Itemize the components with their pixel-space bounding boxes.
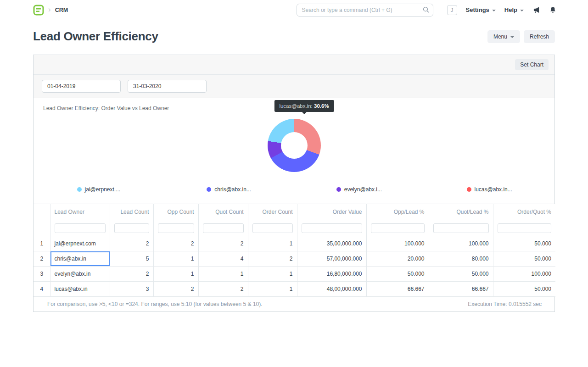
search-input[interactable]: [297, 4, 433, 17]
breadcrumb-chevron-icon: ›: [48, 6, 51, 13]
set-chart-button[interactable]: Set Chart: [515, 59, 549, 70]
refresh-button[interactable]: Refresh: [524, 30, 555, 43]
cell-lead-count[interactable]: 2: [110, 236, 153, 251]
cell-quot-count[interactable]: 4: [198, 251, 248, 267]
legend-item[interactable]: lucas@abx.in...: [424, 186, 554, 193]
page-title: Lead Owner Efficiency: [33, 29, 158, 44]
legend-item[interactable]: evelyn@abx.i...: [294, 186, 425, 193]
column-filter-input[interactable]: [55, 223, 106, 233]
cell-lead-count[interactable]: 5: [110, 251, 153, 267]
cell-opp-count[interactable]: 1: [153, 251, 198, 267]
table-row: 1 jai@erpnext.com 2 2 2 1 35,00,000.000 …: [34, 236, 555, 251]
column-filter-input[interactable]: [252, 223, 293, 233]
menu-button-label: Menu: [493, 33, 507, 40]
cell-opp-count[interactable]: 2: [153, 282, 198, 297]
announcement-icon[interactable]: [532, 6, 540, 14]
cell-order-count[interactable]: 1: [248, 267, 297, 282]
search-icon[interactable]: [422, 6, 430, 13]
help-dropdown[interactable]: Help: [504, 6, 524, 13]
table-filter-row: [34, 220, 555, 236]
cell-lead-owner[interactable]: evelyn@abx.in: [50, 267, 110, 282]
column-filter-input[interactable]: [203, 223, 244, 233]
cell-quot-count[interactable]: 2: [198, 236, 248, 251]
help-label: Help: [504, 6, 517, 13]
table-row: 3 evelyn@abx.in 2 1 1 1 16,80,000.000 50…: [34, 267, 555, 282]
cell-opp-count[interactable]: 2: [153, 236, 198, 251]
cell-order-count[interactable]: 2: [248, 251, 297, 267]
column-header-opp-count[interactable]: Opp Count: [153, 204, 198, 220]
report-toolbar: Set Chart: [34, 55, 554, 74]
cell-lead-count[interactable]: 2: [110, 267, 153, 282]
erpnext-logo-icon[interactable]: [33, 5, 44, 16]
report-filters: [34, 74, 554, 98]
cell-lead-owner-focused[interactable]: chris@abx.in: [50, 251, 110, 267]
donut-chart[interactable]: [268, 119, 321, 172]
cell-opp-lead[interactable]: 66.667: [366, 282, 429, 297]
legend-dot: [336, 187, 341, 192]
column-header-lead-count[interactable]: Lead Count: [110, 204, 153, 220]
column-header-lead-owner[interactable]: Lead Owner: [50, 204, 110, 220]
cell-opp-lead[interactable]: 50.000: [366, 267, 429, 282]
row-index[interactable]: 3: [34, 267, 50, 282]
legend-dot: [207, 187, 211, 192]
cell-order-count[interactable]: 1: [248, 236, 297, 251]
row-index[interactable]: 4: [34, 282, 50, 297]
legend-dot: [77, 187, 82, 192]
column-filter-input[interactable]: [114, 223, 149, 233]
menu-button[interactable]: Menu: [487, 30, 520, 43]
global-search[interactable]: [297, 4, 433, 17]
cell-opp-lead[interactable]: 20.000: [366, 251, 429, 267]
legend-label: lucas@abx.in...: [475, 186, 512, 193]
cell-order-quot[interactable]: 50.000: [493, 236, 555, 251]
cell-order-quot[interactable]: 50.000: [493, 282, 555, 297]
filter-hint-text: For comparison, use >5, <10 or =324. For…: [47, 301, 263, 307]
column-header-order-quot[interactable]: Order/Quot %: [493, 204, 555, 220]
column-filter-input[interactable]: [498, 223, 552, 233]
column-filter-input[interactable]: [433, 223, 489, 233]
cell-quot-lead[interactable]: 50.000: [429, 267, 493, 282]
cell-order-quot[interactable]: 50.000: [493, 251, 555, 267]
row-index[interactable]: 2: [34, 251, 50, 267]
page-head: Lead Owner Efficiency Menu Refresh: [0, 20, 588, 55]
legend-label: evelyn@abx.i...: [344, 186, 382, 193]
cell-lead-count[interactable]: 3: [110, 282, 153, 297]
column-header-opp-lead[interactable]: Opp/Lead %: [366, 204, 429, 220]
column-filter-input[interactable]: [302, 223, 362, 233]
bell-icon[interactable]: [549, 6, 557, 14]
legend-dot: [467, 187, 471, 192]
cell-lead-owner[interactable]: lucas@abx.in: [50, 282, 110, 297]
cell-lead-owner[interactable]: jai@erpnext.com: [50, 236, 110, 251]
column-header-quot-count[interactable]: Quot Count: [198, 204, 248, 220]
chart-legend: jai@erpnext.... chris@abx.in... evelyn@a…: [34, 186, 554, 193]
cell-opp-lead[interactable]: 100.000: [366, 236, 429, 251]
legend-item[interactable]: jai@erpnext....: [34, 186, 164, 193]
column-header-order-count[interactable]: Order Count: [248, 204, 297, 220]
column-filter-input[interactable]: [371, 223, 425, 233]
cell-quot-lead[interactable]: 100.000: [429, 236, 493, 251]
settings-dropdown[interactable]: Settings: [466, 6, 496, 13]
cell-quot-count[interactable]: 1: [198, 267, 248, 282]
column-header-order-value[interactable]: Order Value: [297, 204, 366, 220]
column-filter-input[interactable]: [158, 223, 194, 233]
cell-order-value[interactable]: 16,80,000.000: [297, 267, 366, 282]
cell-order-count[interactable]: 1: [248, 282, 297, 297]
to-date-input[interactable]: [128, 80, 207, 93]
cell-order-value[interactable]: 48,00,000.000: [297, 282, 366, 297]
chart-area: lucas@abx.in: 30.6% Lead Owner Efficienc…: [34, 98, 554, 204]
legend-item[interactable]: chris@abx.in...: [164, 186, 294, 193]
cell-quot-count[interactable]: 2: [198, 282, 248, 297]
row-index[interactable]: 1: [34, 236, 50, 251]
chart-tooltip: lucas@abx.in: 30.6%: [274, 100, 334, 112]
report-container: Set Chart lucas@abx.in: 30.6% Lead Owner…: [33, 55, 555, 312]
avatar[interactable]: J: [447, 5, 457, 15]
column-header-quot-lead[interactable]: Quot/Lead %: [429, 204, 493, 220]
from-date-input[interactable]: [42, 80, 121, 93]
cell-quot-lead[interactable]: 66.667: [429, 282, 493, 297]
cell-order-quot[interactable]: 100.000: [493, 267, 555, 282]
index-filter-cell: [34, 220, 50, 236]
cell-quot-lead[interactable]: 80.000: [429, 251, 493, 267]
cell-order-value[interactable]: 35,00,000.000: [297, 236, 366, 251]
cell-order-value[interactable]: 57,00,000.000: [297, 251, 366, 267]
cell-opp-count[interactable]: 1: [153, 267, 198, 282]
breadcrumb[interactable]: CRM: [55, 7, 68, 13]
